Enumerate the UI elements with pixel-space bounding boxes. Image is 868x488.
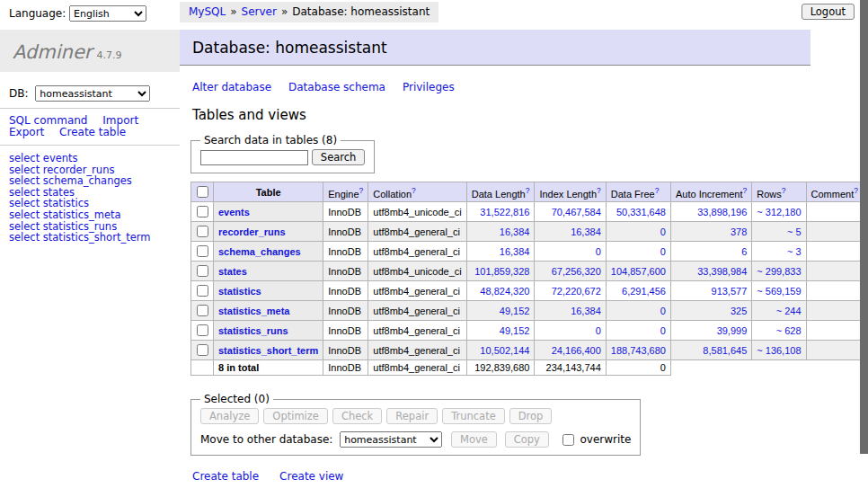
data-length-cell-link[interactable]: 101,859,328 [474, 266, 529, 277]
data-free-cell-link[interactable]: 0 [660, 226, 666, 237]
index-length-cell-link[interactable]: 0 [596, 246, 601, 257]
help-link[interactable]: ? [412, 186, 416, 195]
create-link[interactable]: Create view [279, 470, 343, 483]
data-length-cell-link[interactable]: 16,384 [500, 226, 530, 237]
rows-cell-link[interactable]: ~ 628 [776, 325, 802, 336]
table-name-cell: events [214, 202, 323, 222]
sidebar-link[interactable]: SQL command [9, 114, 87, 127]
table-name-link[interactable]: recorder_runs [218, 226, 286, 237]
help-link[interactable]: ? [526, 186, 530, 195]
data-length-cell-link[interactable]: 49,152 [500, 306, 530, 316]
logout-button[interactable]: Logout [802, 4, 855, 20]
breadcrumb-link[interactable]: Server [242, 5, 277, 18]
database-action-link[interactable]: Database schema [288, 81, 385, 93]
select-all-checkbox[interactable] [197, 186, 208, 198]
index-length-cell-link[interactable]: 67,256,320 [552, 266, 601, 277]
rows-cell-link[interactable]: ~ 244 [776, 306, 802, 316]
index-length-cell-link[interactable]: 16,384 [571, 226, 601, 237]
language-select[interactable]: English [69, 5, 146, 22]
row-checkbox[interactable] [197, 344, 208, 356]
rows-cell: ~ 5 [752, 222, 806, 242]
bulk-analyze-button[interactable]: Analyze [200, 408, 259, 424]
bulk-repair-button[interactable]: Repair [386, 408, 438, 424]
move-database-select[interactable]: homeassistant [340, 431, 442, 448]
help-link[interactable]: ? [782, 186, 786, 195]
data-length-cell-link[interactable]: 16,384 [500, 246, 530, 257]
row-checkbox[interactable] [197, 305, 208, 316]
row-checkbox[interactable] [197, 245, 208, 257]
auto-increment-cell-link[interactable]: 6 [741, 246, 747, 257]
help-link[interactable]: ? [743, 186, 748, 195]
scrollbar-thumb[interactable] [860, 0, 868, 454]
rows-cell-link[interactable]: ~ 3 [787, 246, 802, 257]
rows-cell-link[interactable]: ~ 5 [787, 226, 802, 237]
sidebar-table-link[interactable]: select events [9, 153, 180, 164]
auto-increment-cell-link[interactable]: 33,898,196 [697, 207, 747, 217]
sidebar-table-link[interactable]: select statistics_meta [9, 209, 180, 221]
auto-increment-cell-link[interactable]: 913,577 [712, 286, 748, 297]
search-input[interactable] [200, 150, 308, 165]
row-checkbox[interactable] [197, 226, 208, 237]
data-length-cell-link[interactable]: 10,502,144 [480, 345, 529, 356]
bulk-drop-button[interactable]: Drop [509, 408, 553, 424]
data-length-cell-link[interactable]: 31,522,816 [480, 207, 529, 217]
data-free-cell-link[interactable]: 0 [660, 325, 666, 336]
copy-button[interactable]: Copy [505, 431, 549, 448]
help-link[interactable]: ? [854, 186, 858, 195]
auto-increment-cell-link[interactable]: 378 [731, 226, 747, 237]
sidebar-link[interactable]: Create table [59, 126, 126, 138]
table-name-link[interactable]: events [218, 207, 250, 217]
index-length-cell-link[interactable]: 72,220,672 [552, 286, 601, 297]
bulk-truncate-button[interactable]: Truncate [442, 408, 505, 424]
create-link[interactable]: Create table [192, 470, 259, 483]
row-checkbox[interactable] [197, 285, 208, 297]
auto-increment-cell-link[interactable]: 8,581,645 [703, 345, 747, 356]
search-button[interactable]: Search [312, 149, 366, 165]
table-name-link[interactable]: schema_changes [218, 246, 301, 257]
sidebar-table-link[interactable]: select statistics_short_term [9, 232, 180, 244]
auto-increment-cell-link[interactable]: 39,999 [717, 325, 748, 336]
index-length-cell-link[interactable]: 16,384 [571, 306, 601, 316]
help-link[interactable]: ? [597, 186, 601, 195]
data-length-cell-link[interactable]: 48,824,320 [480, 286, 529, 297]
sidebar-link[interactable]: Import [102, 114, 138, 127]
data-free-cell-link[interactable]: 6,291,456 [622, 286, 666, 297]
rows-cell-link[interactable]: ~ 299,833 [757, 266, 801, 277]
index-length-cell-link[interactable]: 0 [596, 325, 601, 336]
help-link[interactable]: ? [359, 186, 364, 195]
table-name-link[interactable]: statistics_short_term [218, 345, 318, 356]
index-length-cell-link[interactable]: 70,467,584 [552, 207, 601, 217]
sidebar-table-link[interactable]: select schema_changes [9, 175, 180, 187]
breadcrumb-link[interactable]: MySQL [189, 5, 226, 18]
table-name-link[interactable]: states [218, 266, 247, 277]
row-checkbox[interactable] [197, 206, 208, 217]
table-name-link[interactable]: statistics [218, 286, 261, 297]
data-free-cell-link[interactable]: 50,331,648 [616, 207, 666, 217]
data-free-cell-link[interactable]: 188,743,680 [611, 345, 666, 356]
db-select[interactable]: homeassistant [35, 85, 150, 102]
database-action-link[interactable]: Privileges [403, 81, 455, 93]
help-link[interactable]: ? [655, 186, 660, 195]
row-checkbox[interactable] [197, 265, 208, 277]
data-free-cell-link[interactable]: 0 [660, 306, 666, 316]
table-name-link[interactable]: statistics_runs [218, 325, 288, 336]
database-action-link[interactable]: Alter database [192, 81, 271, 93]
sidebar-link[interactable]: Export [9, 126, 44, 138]
data-free-cell-link[interactable]: 104,857,600 [611, 266, 666, 277]
bulk-optimize-button[interactable]: Optimize [263, 408, 328, 424]
rows-cell-link[interactable]: ~ 569,159 [757, 286, 801, 297]
auto-increment-cell-link[interactable]: 33,398,984 [697, 266, 747, 277]
row-checkbox[interactable] [197, 324, 208, 336]
data-free-cell-link[interactable]: 0 [660, 246, 666, 257]
engine-cell: InnoDB [323, 262, 368, 281]
table-name-link[interactable]: statistics_meta [218, 306, 290, 316]
move-button[interactable]: Move [451, 431, 497, 448]
rows-cell-link[interactable]: ~ 136,108 [757, 345, 801, 356]
auto-increment-cell-link[interactable]: 325 [731, 306, 747, 316]
bulk-check-button[interactable]: Check [332, 408, 382, 424]
overwrite-checkbox[interactable] [562, 434, 574, 446]
index-length-cell-link[interactable]: 24,166,400 [552, 345, 601, 356]
rows-cell: ~ 3 [752, 242, 806, 262]
data-length-cell-link[interactable]: 49,152 [500, 325, 530, 336]
rows-cell-link[interactable]: ~ 312,180 [757, 207, 801, 217]
